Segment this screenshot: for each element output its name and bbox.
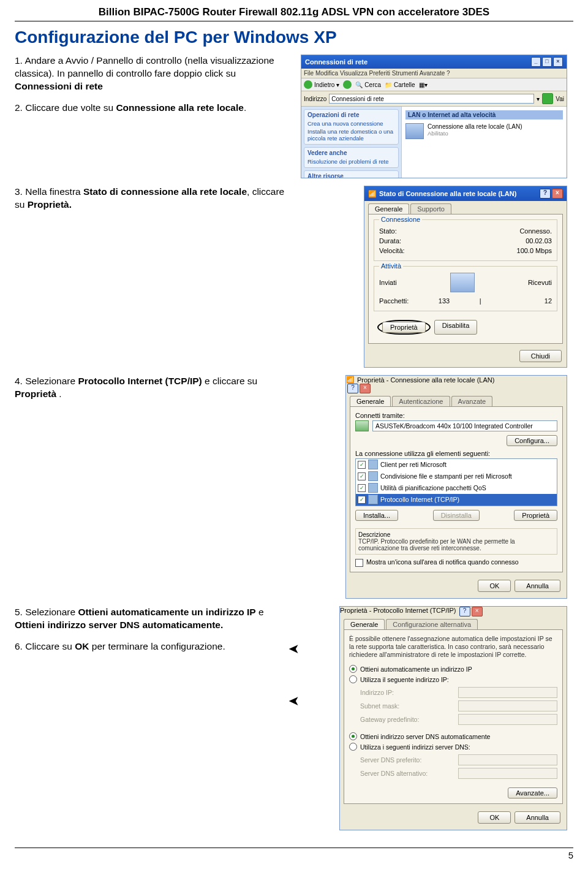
step-2: 2. Cliccare due volte su Connessione all… — [15, 102, 293, 115]
annulla-button[interactable]: Annulla — [514, 580, 560, 592]
radio-manual-ip[interactable] — [349, 675, 357, 683]
label-durata: Durata: — [379, 237, 401, 245]
proprieta-button[interactable]: Proprietà — [382, 322, 426, 333]
value-stato: Connesso. — [519, 227, 552, 235]
label-dns2: Server DNS alternativo: — [360, 770, 428, 777]
screenshot-tcpip-properties: Proprietà - Protocollo Internet (TCP/IP)… — [339, 606, 567, 830]
dns2-field — [458, 768, 557, 779]
window-title: Connessioni di rete — [305, 58, 368, 66]
label-inviati: Inviati — [379, 279, 397, 286]
nic-name-field: ASUSTeK/Broadcom 440x 10/100 Integrated … — [372, 420, 557, 431]
tab-autenticazione[interactable]: Autenticazione — [392, 396, 450, 406]
sidebar-see-title: Vedere anche — [307, 150, 395, 156]
radio-auto-dns-label: Ottieni indirizzo server DNS automaticam… — [360, 733, 490, 740]
lan-status: Abilitato — [428, 130, 522, 137]
tray-checkbox[interactable] — [355, 559, 363, 567]
nic-icon: 📶 — [368, 190, 377, 198]
radio-auto-ip[interactable] — [349, 665, 357, 673]
screenshot-connection-status: 📶Stato di Connessione alla rete locale (… — [364, 186, 567, 368]
activity-icon — [450, 273, 475, 292]
help-icon[interactable]: ? — [540, 189, 551, 199]
label-dns1: Server DNS preferito: — [360, 756, 421, 764]
value-sent: 133 — [409, 297, 479, 305]
tcpip-icon — [368, 495, 378, 504]
help-icon[interactable]: ? — [459, 607, 470, 616]
radio-manual-dns-label: Utilizza i seguenti indirizzi server DNS… — [360, 743, 470, 751]
ok-button[interactable]: OK — [478, 580, 511, 592]
radio-auto-ip-label: Ottieni automaticamente un indirizzo IP — [360, 666, 472, 673]
annulla-button[interactable]: Annulla — [514, 811, 560, 824]
window-title: Proprietà - Protocollo Internet (TCP/IP) — [340, 607, 456, 614]
screenshot-connection-properties: 📶Proprietà - Connessione alla rete local… — [345, 375, 567, 599]
tray-label: Mostra un'icona sull'area di notifica qu… — [366, 558, 519, 566]
connect-label: Connetti tramite: — [355, 412, 557, 419]
close-icon[interactable]: × — [472, 607, 483, 616]
window-title: Stato di Connessione alla rete locale (L… — [379, 190, 516, 197]
sidebar: Operazioni di rete Crea una nuova connes… — [301, 107, 402, 178]
minimize-icon: _ — [531, 57, 541, 67]
lan-name: Connessione alla rete locale (LAN) — [428, 123, 522, 130]
disabilita-button[interactable]: Disabilita — [434, 320, 478, 335]
installa-button[interactable]: Installa... — [355, 510, 398, 521]
chiudi-button[interactable]: Chiudi — [519, 350, 562, 362]
tab-avanzate[interactable]: Avanzate — [451, 396, 493, 406]
desc-title: Descrizione — [358, 531, 554, 538]
qos-icon — [368, 483, 378, 493]
list-item[interactable]: Client per reti Microsoft — [380, 461, 447, 468]
close-icon: × — [553, 57, 563, 67]
disinstalla-button: Disinstalla — [433, 510, 480, 521]
window-title: Proprietà - Connessione alla rete locale… — [357, 376, 494, 384]
close-icon[interactable]: × — [360, 384, 371, 393]
window-buttons: _□× — [530, 57, 563, 67]
help-icon[interactable]: ? — [347, 384, 358, 393]
sidebar-item[interactable]: Crea una nuova connessione — [307, 119, 395, 127]
client-icon — [368, 460, 378, 469]
sidebar-item[interactable]: Risoluzione dei problemi di rete — [307, 157, 395, 165]
page-number: 5 — [15, 848, 573, 860]
header-rule — [15, 21, 573, 21]
back-icon — [304, 80, 312, 89]
step-5: 5. Selezionare Ottieni automaticamente u… — [15, 606, 293, 632]
tab-generale[interactable]: Generale — [344, 619, 385, 629]
dns1-field — [458, 754, 557, 765]
tab-generale[interactable]: Generale — [368, 203, 409, 214]
step-4: 4. Selezionare Protocollo Internet (TCP/… — [15, 375, 293, 401]
label-mask: Subnet mask: — [360, 702, 399, 710]
avanzate-button[interactable]: Avanzate... — [508, 787, 557, 798]
window-titlebar: Connessioni di rete _□× — [301, 55, 567, 69]
forward-icon — [343, 80, 352, 89]
arrow-annotation-icon: ➤ — [288, 693, 300, 709]
value-velocita: 100.0 Mbps — [517, 247, 552, 254]
ok-button[interactable]: OK — [478, 811, 511, 824]
list-item-tcpip[interactable]: Protocollo Internet (TCP/IP) — [380, 496, 459, 503]
lan-connection-item[interactable]: Connessione alla rete locale (LAN) Abili… — [405, 123, 563, 139]
step-1: 1. Andare a Avvio / Pannello di controll… — [15, 55, 293, 93]
sidebar-ops-title: Operazioni di rete — [307, 112, 395, 118]
close-icon[interactable]: × — [552, 189, 563, 199]
radio-manual-dns[interactable] — [349, 743, 357, 751]
list-item[interactable]: Utilità di pianificazione pacchetti QoS — [380, 484, 486, 491]
proprieta-button[interactable]: Proprietà — [514, 510, 557, 521]
toolbar: Indietro ▾ 🔍 Cerca 📁 Cartelle ▦▾ — [301, 78, 567, 91]
label-pacchetti: Pacchetti: — [379, 297, 409, 305]
nic-icon: 📶 — [346, 376, 355, 384]
components-list[interactable]: ✓Client per reti Microsoft ✓Condivisione… — [355, 458, 557, 506]
value-recv: 12 — [481, 297, 552, 305]
maximize-icon: □ — [542, 57, 552, 67]
highlight-proprieta: Proprietà — [377, 320, 431, 335]
sidebar-item[interactable]: Installa una rete domestica o una piccol… — [307, 127, 395, 142]
label-ricevuti: Ricevuti — [528, 279, 552, 286]
address-input[interactable] — [329, 94, 534, 104]
tab-supporto[interactable]: Supporto — [410, 203, 451, 214]
tab-generale[interactable]: Generale — [350, 396, 391, 406]
list-item[interactable]: Condivisione file e stampanti per reti M… — [380, 472, 512, 480]
arrow-annotation-icon: ➤ — [288, 641, 300, 657]
go-button[interactable] — [542, 93, 553, 104]
gateway-field — [458, 714, 557, 725]
info-text: È possibile ottenere l'assegnazione auto… — [349, 635, 557, 659]
radio-auto-dns[interactable] — [349, 732, 357, 740]
section-title: Configurazione del PC per Windows XP — [15, 28, 573, 47]
tab-config-alt[interactable]: Configurazione alternativa — [386, 619, 478, 629]
configura-button[interactable]: Configura... — [507, 435, 557, 446]
sidebar-other-title: Altre risorse — [307, 173, 395, 178]
